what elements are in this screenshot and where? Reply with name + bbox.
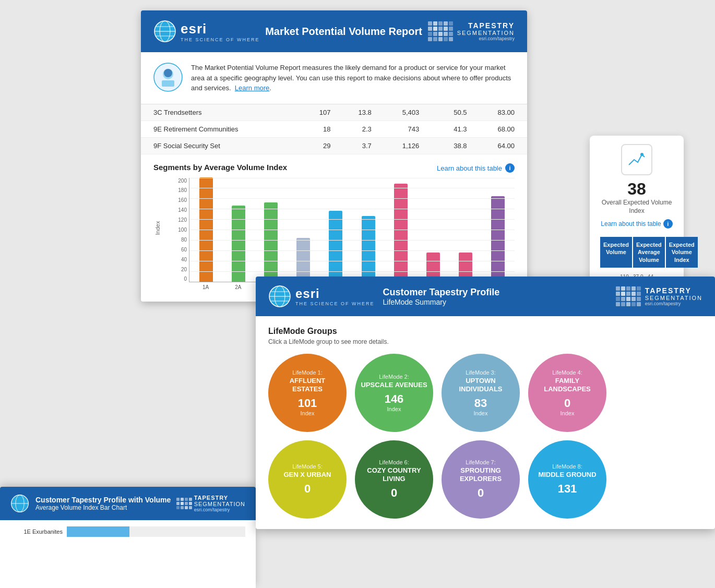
row-col2: 107 (290, 109, 330, 116)
esri-globe-icon-small (10, 494, 29, 513)
lifemode-circle-2[interactable]: LifeMode 2: UPSCALE AVENUES 146 Index (355, 354, 433, 432)
market-report-card: esri THE SCIENCE OF WHERE Market Potenti… (141, 10, 527, 302)
esri-globe-icon (153, 20, 176, 43)
info-icon[interactable]: i (505, 163, 515, 173)
row-col5: 38.8 (419, 142, 467, 150)
market-report-body: The Market Potential Volume Report measu… (141, 52, 527, 104)
bar-1A (192, 177, 221, 282)
row-col3: 13.8 (330, 109, 371, 116)
row-col4: 1,126 (372, 142, 419, 150)
col-header-3: Expected Volume Index (666, 237, 698, 268)
lifemode-esri-logo: esri THE SCIENCE OF WHERE (268, 285, 375, 308)
lifemode-header: esri THE SCIENCE OF WHERE Customer Tapes… (256, 277, 715, 316)
horiz-bar-fill (67, 526, 129, 537)
lifemode-body: LifeMode Groups Click a LifeMode group t… (256, 316, 715, 529)
row-col5: 41.3 (419, 125, 467, 133)
tapestry-logo: TAPESTRY SEGMENTATION esri.com/tapestry (428, 21, 515, 41)
row-col3: 3.7 (330, 142, 371, 150)
market-report-title: Market Potential Volume Report (260, 26, 428, 38)
lifemode-circles-row1: LifeMode 1: AFFLUENT ESTATES 101 Index L… (268, 354, 702, 432)
tapestry-url: esri.com/tapestry (457, 36, 515, 41)
chart-bars-container (189, 178, 515, 282)
volume-card: Customer Tapestry Profile with Volume Av… (0, 487, 256, 588)
lifemode-circle-1[interactable]: LifeMode 1: AFFLUENT ESTATES 101 Index (268, 354, 347, 432)
bar-8A (321, 211, 350, 282)
stats-card: 38 Overall Expected Volume Index Learn a… (590, 136, 684, 290)
stats-table-cols: Expected Volume Expected Average Volume … (598, 233, 675, 272)
table-row: 3C Trendsetters 107 13.8 5,403 50.5 83.0… (141, 104, 527, 121)
esri-tagline: THE SCIENCE OF WHERE (181, 37, 260, 42)
chart-title: Segments by Average Volume Index (153, 163, 287, 172)
volume-tapestry-logo: TAPESTRY SEGMENTATION esri.com/tapestry (176, 495, 245, 512)
bar-extra3 (483, 196, 513, 282)
row-name: 9E Retirement Communities (153, 125, 290, 133)
stats-learn-row: Learn about this table i (598, 219, 675, 229)
horiz-bar-row: 1E Exurbanites (10, 526, 245, 537)
svg-point-9 (640, 153, 644, 156)
market-icon (153, 63, 183, 92)
horiz-bar-label: 1E Exurbanites (10, 529, 63, 535)
lifemode-circle-3[interactable]: LifeMode 3: UPTOWN INDIVIDUALS 83 Index (442, 354, 520, 432)
lifemode-circle-6[interactable]: LifeMode 6: COZY COUNTRY LIVING 0 (355, 440, 433, 519)
horiz-bar-track (67, 526, 245, 537)
tapestry-seg2-label: SEGMENTATION (457, 30, 515, 36)
lifemode-circles-row2: LifeMode 5: GEN X URBAN 0 LifeMode 6: CO… (268, 440, 702, 519)
row-col2: 29 (290, 142, 330, 150)
bar-2A (224, 206, 253, 282)
bar-8D (353, 216, 383, 282)
col-header-1: Expected Volume (600, 237, 632, 268)
lifemode-title: Customer Tapestry Profile LifeMode Summa… (383, 287, 616, 306)
esri-name: esri (181, 21, 260, 37)
volume-card-header: Customer Tapestry Profile with Volume Av… (0, 487, 256, 520)
stats-info-icon[interactable]: i (663, 219, 673, 229)
lifemode-section-title: LifeMode Groups (268, 327, 702, 336)
y-axis: 200 180 160 140 120 100 80 60 40 20 0 (174, 178, 189, 282)
row-col4: 5,403 (372, 109, 419, 116)
row-col5: 50.5 (419, 109, 467, 116)
chart-header: Segments by Average Volume Index Learn a… (153, 163, 515, 174)
tapestry-seg-label: TAPESTRY (457, 21, 515, 30)
lifemode-esri-text: esri THE SCIENCE OF WHERE (295, 286, 375, 306)
row-col6: 83.00 (467, 109, 515, 116)
row-name: 9F Social Security Set (153, 142, 290, 150)
y-axis-title: Index (154, 221, 161, 235)
row-col2: 18 (290, 125, 330, 133)
lifemode-circle-8[interactable]: LifeMode 8: MIDDLE GROUND 131 (528, 440, 606, 519)
lifemode-card: esri THE SCIENCE OF WHERE Customer Tapes… (256, 277, 715, 529)
learn-more-link[interactable]: Learn more (235, 84, 269, 92)
row-col6: 68.00 (467, 125, 515, 133)
bar-3C (289, 238, 318, 282)
table-row: 9E Retirement Communities 18 2.3 743 41.… (141, 121, 527, 138)
lifemode-circle-7[interactable]: LifeMode 7: SPROUTING EXPLORERS 0 (442, 440, 520, 519)
row-col6: 64.00 (467, 142, 515, 150)
stats-learn-link[interactable]: Learn about this table (601, 220, 661, 227)
bar-9 (386, 184, 415, 282)
volume-card-body: 1E Exurbanites (0, 520, 256, 588)
esri-logo: esri THE SCIENCE OF WHERE (153, 20, 260, 43)
svg-rect-7 (162, 80, 174, 87)
market-description: The Market Potential Volume Report measu… (191, 63, 515, 93)
lifemode-section-sub: Click a LifeMode group to see more detai… (268, 338, 702, 345)
stats-label: Overall Expected Volume Index (598, 199, 675, 215)
row-name: 3C Trendsetters (153, 109, 290, 116)
chart-section: Segments by Average Volume Index Learn a… (141, 154, 527, 297)
row-col3: 2.3 (330, 125, 371, 133)
stats-number: 38 (598, 179, 675, 199)
stats-icon-box (621, 144, 652, 175)
esri-text-block: esri THE SCIENCE OF WHERE (181, 21, 260, 42)
volume-card-title: Customer Tapestry Profile with Volume Av… (35, 496, 176, 511)
volume-chart-icon (626, 149, 647, 170)
svg-point-8 (164, 69, 172, 77)
lifemode-esri-globe (268, 285, 291, 308)
learn-table-link[interactable]: Learn about this table (437, 164, 502, 172)
table-row: 9F Social Security Set 29 3.7 1,126 38.8… (141, 138, 527, 154)
tapestry-text: TAPESTRY SEGMENTATION esri.com/tapestry (457, 21, 515, 41)
bar-2C (256, 202, 285, 282)
lifemode-circle-4[interactable]: LifeMode 4: FAMILY LANDSCAPES 0 Index (528, 354, 606, 432)
market-table: 3C Trendsetters 107 13.8 5,403 50.5 83.0… (141, 104, 527, 154)
lifemode-tapestry-logo: TAPESTRY SEGMENTATION esri.com/tapestry (616, 286, 702, 306)
horiz-bar-chart: 1E Exurbanites (10, 526, 245, 537)
lifemode-circle-5[interactable]: LifeMode 5: GEN X URBAN 0 (268, 440, 347, 519)
row-col4: 743 (372, 125, 419, 133)
col-header-2: Expected Average Volume (633, 237, 665, 268)
